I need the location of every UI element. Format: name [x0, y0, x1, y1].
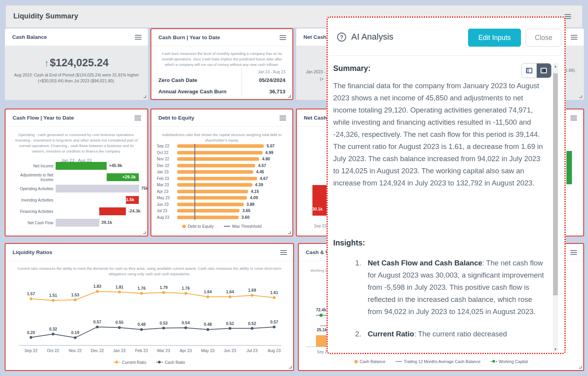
scroll-down-icon[interactable]: ▼ — [553, 346, 558, 352]
resize-handle[interactable] — [288, 231, 291, 234]
svg-text:1.61: 1.61 — [270, 290, 278, 295]
svg-text:1.51: 1.51 — [49, 293, 57, 298]
close-button[interactable]: Close — [526, 29, 561, 47]
insight-item: 1.Net Cash Flow and Cash Balance: The ne… — [333, 257, 548, 318]
debt-to-equity-description: Indebtedness ratio that shows the capita… — [160, 132, 284, 143]
liquidity-ratios-description: Current ratio measures the ability to me… — [14, 266, 285, 277]
panel-right-icon — [541, 68, 547, 73]
card-menu-icon[interactable] — [571, 35, 577, 40]
panel-left-toggle[interactable] — [522, 64, 537, 78]
bar-row: Aug 233.60 — [157, 214, 289, 221]
resize-handle[interactable] — [289, 366, 292, 369]
liquidity-ratios-legend: Current Ratio Cash Ratio — [5, 360, 293, 365]
svg-text:Aug 23: Aug 23 — [268, 348, 281, 353]
bar-value-label: -30.1k — [311, 207, 323, 211]
svg-text:Jul 23: Jul 23 — [247, 348, 258, 353]
max-threshold-line — [194, 144, 195, 220]
svg-text:0.52: 0.52 — [248, 321, 256, 326]
cash-flow-waterfall: Net Income+45.9kAdjustments to Net Incom… — [8, 160, 145, 229]
subtext-fragment: (+ — [320, 76, 324, 81]
card-menu-icon[interactable] — [134, 116, 141, 120]
topbar-menu-icon[interactable] — [564, 14, 571, 19]
svg-text:1.81: 1.81 — [115, 285, 123, 289]
card-menu-icon[interactable] — [280, 250, 287, 255]
scroll-up-icon[interactable]: ▲ — [553, 63, 558, 69]
svg-text:1.69: 1.69 — [248, 288, 256, 292]
cash-burn-description: Cash burn measures the level of monthly … — [157, 51, 287, 67]
working-capital-point — [319, 314, 323, 317]
svg-text:0.55: 0.55 — [115, 320, 123, 325]
card-menu-icon[interactable] — [570, 116, 577, 120]
help-icon[interactable]: ? — [337, 33, 346, 42]
svg-text:1.83: 1.83 — [93, 284, 102, 289]
legend-dot-icon — [354, 360, 358, 363]
legend-line-icon — [224, 226, 230, 227]
waterfall-row: Financing Activities-24.3k — [8, 206, 145, 217]
resize-handle[interactable] — [143, 231, 146, 234]
table-row: Annual Average Cash Burn 36,713 — [158, 89, 285, 94]
card-menu-icon[interactable] — [135, 35, 142, 40]
svg-text:0.32: 0.32 — [49, 327, 57, 331]
dashboard-screen: Liquidity Summary Cash Balance ↑$124,025… — [0, 0, 588, 376]
svg-text:0.19: 0.19 — [71, 330, 80, 335]
svg-text:Jun 23: Jun 23 — [224, 348, 236, 353]
svg-text:0.48: 0.48 — [204, 322, 212, 327]
card-title: Cash Burn | Year to Date — [158, 35, 220, 40]
svg-text:Nov 22: Nov 22 — [69, 348, 82, 353]
panel-left-icon — [526, 68, 532, 73]
waterfall-row: Operating Activities75k — [8, 183, 145, 194]
svg-text:Jan 23: Jan 23 — [113, 348, 126, 353]
waterfall-row: Adjustments to Net Income+29.1k — [8, 172, 145, 183]
svg-text:1.64: 1.64 — [226, 289, 234, 294]
cash-balance-value: ↑$124,025.24 — [5, 57, 148, 69]
bar-row: May 234.09 — [157, 195, 289, 202]
legend-line-icon — [396, 361, 402, 362]
svg-text:0.57: 0.57 — [270, 320, 278, 324]
bar-row: Apr 234.15 — [157, 189, 289, 195]
resize-handle[interactable] — [579, 366, 582, 369]
svg-text:1.76: 1.76 — [182, 286, 190, 291]
card-title: Cash Flow | Year to Date — [13, 115, 74, 121]
card-debt-to-equity: Debt to Equity Indebtedness ratio that s… — [151, 109, 293, 236]
cash-working-capital-legend: Cash Balance Trailing 12 Months Average … — [299, 359, 583, 364]
svg-text:0.53: 0.53 — [160, 321, 168, 325]
scrollbar-thumb[interactable] — [553, 73, 558, 295]
resize-handle[interactable] — [288, 95, 291, 98]
waterfall-row: Investing Activities-11.5k — [8, 194, 145, 206]
resize-handle[interactable] — [579, 95, 582, 98]
bar-row: Dec 224.57 — [157, 163, 289, 169]
debt-to-equity-chart: Sep 225.07Oct 224.99Nov 224.80Dec 224.57… — [157, 143, 289, 221]
table-row: Zero Cash Date 05/24/2024 — [158, 77, 285, 83]
svg-text:1.64: 1.64 — [204, 289, 212, 294]
svg-text:Sep 22: Sep 22 — [24, 348, 37, 353]
scrollbar[interactable]: ▲ ▼ — [553, 63, 558, 352]
card-title: Cash Balance — [12, 34, 47, 40]
card-menu-icon[interactable] — [570, 250, 577, 255]
resize-handle[interactable] — [143, 95, 146, 98]
x-axis-label: Sep 22 — [314, 224, 327, 228]
legend-dot-icon — [491, 360, 497, 363]
svg-text:0.57: 0.57 — [93, 320, 102, 324]
svg-text:Apr 23: Apr 23 — [180, 348, 192, 353]
panel-right-toggle[interactable] — [537, 64, 552, 78]
bar-value-label: 25.1k — [317, 327, 327, 332]
edit-inputs-button[interactable]: Edit Inputs — [468, 29, 521, 47]
description-fragment: Working C — [310, 268, 328, 272]
card-menu-icon[interactable] — [279, 116, 286, 120]
card-cash-burn: Cash Burn | Year to Date Cash burn measu… — [151, 28, 293, 100]
svg-text:1.79: 1.79 — [160, 285, 168, 290]
bar-row: Nov 224.80 — [157, 156, 289, 163]
positive-bar — [566, 151, 572, 184]
cash-balance-subtext: Aug 2023: Cash at End of Period ($124,02… — [14, 72, 139, 84]
svg-text:1.76: 1.76 — [138, 286, 146, 291]
summary-text: The financial data for the company from … — [333, 80, 548, 237]
card-cash-flow: Cash Flow | Year to Date Operating - cas… — [5, 109, 148, 236]
bar-row: Oct 224.99 — [157, 150, 289, 156]
waterfall-row: Net Cash Flow39.1k — [8, 217, 145, 229]
liquidity-ratios-chart: Sep 22Oct 22Nov 22Dec 22Jan 23Feb 23Mar … — [11, 278, 288, 357]
card-menu-icon[interactable] — [279, 35, 286, 40]
bar-row: Mar 234.39 — [157, 182, 289, 189]
svg-text:Oct 22: Oct 22 — [47, 348, 59, 353]
cash-burn-period: Jan 23 - Aug 23 — [158, 70, 285, 74]
subtext-fragment: 1.69). — [565, 68, 576, 73]
